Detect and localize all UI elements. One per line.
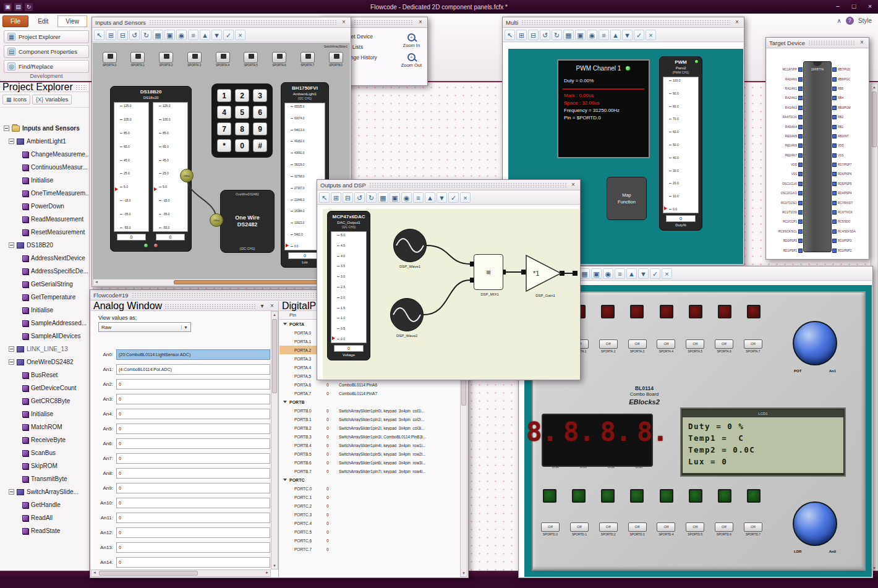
ribbon-tab[interactable]: View xyxy=(58,15,87,27)
pin-row[interactable]: PORTB.5 0 SwitchArraySlider1pin5i, keypa… xyxy=(279,450,459,458)
close-icon[interactable]: × xyxy=(340,18,347,27)
port-group-row[interactable]: PORTC xyxy=(279,475,459,484)
analog-vertical-scrollbar[interactable]: ▲ ▼ xyxy=(271,311,278,569)
voltage-value[interactable]: 0 xyxy=(334,345,364,352)
scale-pointer[interactable] xyxy=(115,187,118,191)
tree-macro-row[interactable]: BusReset xyxy=(0,369,89,381)
close-icon[interactable]: × xyxy=(268,302,276,310)
delete-icon[interactable]: × xyxy=(662,268,672,279)
raise-icon[interactable]: ▲ xyxy=(610,30,621,40)
switch-body[interactable] xyxy=(272,52,286,63)
scale-pointer[interactable] xyxy=(664,207,667,210)
zoom-in-icon[interactable]: ⊞ xyxy=(516,30,527,40)
zoom-in-icon[interactable]: ⊞ xyxy=(106,30,116,40)
tree-group-row[interactable]: DS18B20 xyxy=(0,239,89,252)
pin-pad-icon[interactable] xyxy=(798,182,803,186)
grid-icon[interactable]: ▦ xyxy=(153,30,163,40)
pin-pad-icon[interactable] xyxy=(798,96,803,100)
temperature-value[interactable]: 0 xyxy=(156,234,185,241)
minimize-button[interactable]: − xyxy=(830,1,846,13)
switch-button[interactable]: Off xyxy=(715,339,733,349)
pin-row[interactable]: PORTC.7 0 xyxy=(279,545,459,553)
keypad-key[interactable]: # xyxy=(253,139,267,152)
switch-button[interactable]: Off xyxy=(686,339,704,349)
keypad-key[interactable]: 7 xyxy=(217,122,231,135)
pin-pad-icon[interactable] xyxy=(832,163,837,167)
zoom-out-icon[interactable]: ⊟ xyxy=(528,30,539,40)
pin-pad-icon[interactable] xyxy=(832,182,837,186)
switch-button[interactable]: Off xyxy=(686,522,704,532)
red-led-icon[interactable] xyxy=(601,305,615,318)
redo-icon[interactable]: ↻ xyxy=(141,30,151,40)
pin-pad-icon[interactable] xyxy=(798,87,803,91)
pin-pad-icon[interactable] xyxy=(832,106,837,110)
component-icon[interactable]: ▣ xyxy=(575,30,586,40)
tree-macro-row[interactable]: GetTemperature xyxy=(0,291,89,304)
close-icon[interactable]: × xyxy=(417,18,424,27)
ribbon-button[interactable]: ▤ Component Properties xyxy=(4,45,89,58)
pin-pad-icon[interactable] xyxy=(798,115,803,119)
collapse-icon[interactable] xyxy=(9,489,14,495)
temperature-scale[interactable]: 125.0105.085.065.045.025.05.0-15.0-35.0-… xyxy=(153,102,188,232)
raise-icon[interactable]: ▲ xyxy=(626,268,637,279)
redo-icon[interactable]: ↻ xyxy=(366,192,377,203)
pin-pad-icon[interactable] xyxy=(798,163,803,167)
pin-pad-icon[interactable] xyxy=(832,143,837,148)
pin-row[interactable]: PORTB.6 0 SwitchArraySlider1pin6i, keypa… xyxy=(279,458,459,467)
switch-knob[interactable] xyxy=(108,54,113,59)
pwm-slider-component[interactable]: PWM Pwm2 (PWM CH1) 100.090.080.070.060.0… xyxy=(659,56,702,231)
analog-value-field[interactable]: 0 xyxy=(116,409,270,419)
tree-macro-row[interactable]: ChangeMeasureme... xyxy=(0,148,89,161)
raise-icon[interactable]: ▲ xyxy=(200,30,210,40)
map-function-block[interactable]: Map Function xyxy=(607,177,647,220)
switch-knob[interactable] xyxy=(221,54,226,59)
red-led-icon[interactable] xyxy=(689,305,702,318)
ribbon-button[interactable]: ◎ Find/Replace xyxy=(4,60,89,73)
tree-macro-row[interactable]: ReceiveByte xyxy=(0,433,89,446)
tree-macro-row[interactable]: AddressSpecificDe... xyxy=(0,265,89,278)
undo-icon[interactable]: ↺ xyxy=(129,30,140,40)
pin-pad-icon[interactable] xyxy=(832,201,837,205)
switch-button[interactable]: Off xyxy=(628,522,647,532)
icons-view-button[interactable]: ▦ Icons xyxy=(2,95,30,104)
list-icon[interactable]: ≡ xyxy=(413,192,424,203)
analog-horizontal-scrollbar[interactable]: ◄ ► xyxy=(91,569,271,577)
scrollbar-thumb[interactable] xyxy=(872,92,877,147)
tree-macro-row[interactable]: ReadMeasurement xyxy=(0,213,89,226)
list-icon[interactable]: ≡ xyxy=(188,30,198,40)
switch-button[interactable]: Off xyxy=(657,522,675,532)
pin-pad-icon[interactable] xyxy=(798,77,803,82)
dac-component[interactable]: MCP47x6DAC DAC_Output1 (I2C CH3) 5.04.54… xyxy=(327,211,370,360)
collapse-icon[interactable] xyxy=(9,242,14,248)
inputs-canvas[interactable]: SPORTA.0 SPORTA.1 SPORTA.2 SPORTA.3 xyxy=(93,43,350,286)
grid-icon[interactable]: ▦ xyxy=(579,268,590,279)
pin-pad-icon[interactable] xyxy=(798,239,803,243)
pin-pad-icon[interactable] xyxy=(832,172,837,176)
delete-icon[interactable]: × xyxy=(235,30,245,40)
switch-button[interactable]: Off xyxy=(744,522,762,532)
tree-group-row[interactable]: LINK_LINE_13 xyxy=(0,343,89,356)
tree-macro-row[interactable]: ContinuousMeasur... xyxy=(0,161,89,174)
switch-body[interactable] xyxy=(244,52,258,63)
collapse-ribbon-icon[interactable]: ∧ xyxy=(837,17,841,24)
tree-macro-row[interactable]: GetDeviceCount xyxy=(0,381,89,394)
list-icon[interactable]: ≡ xyxy=(615,268,625,279)
scale-pointer[interactable] xyxy=(332,336,335,340)
keypad-key[interactable]: 2 xyxy=(235,89,249,102)
onewire-ds2482-component[interactable]: OneWireDS2482 One Wire DS2482 (I2C CH1) xyxy=(220,190,275,253)
zoom-out-icon[interactable]: ⊟ xyxy=(117,30,128,40)
zoom-button[interactable]: + Zoom Out xyxy=(401,53,422,68)
expand-icon[interactable] xyxy=(283,479,287,481)
pin-pad-icon[interactable] xyxy=(832,67,837,72)
pin-row[interactable]: PORTA.6 0 ComboBL0114:PinA6 xyxy=(279,380,459,389)
pin-row[interactable]: PORTB.0 0 SwitchArraySlider1pin0i, keypa… xyxy=(279,406,459,415)
scrollbar-thumb[interactable] xyxy=(99,571,198,576)
green-led-icon[interactable] xyxy=(689,489,702,503)
scale-pointer[interactable] xyxy=(154,187,157,191)
switch-button[interactable]: Off xyxy=(744,339,762,349)
pin-pad-icon[interactable] xyxy=(832,87,837,91)
pin-pad-icon[interactable] xyxy=(832,249,837,253)
analog-value-field[interactable]: 0 xyxy=(116,527,270,538)
tree-group-row[interactable]: AmbientLight1 xyxy=(0,135,89,148)
switch-knob[interactable] xyxy=(192,54,198,59)
